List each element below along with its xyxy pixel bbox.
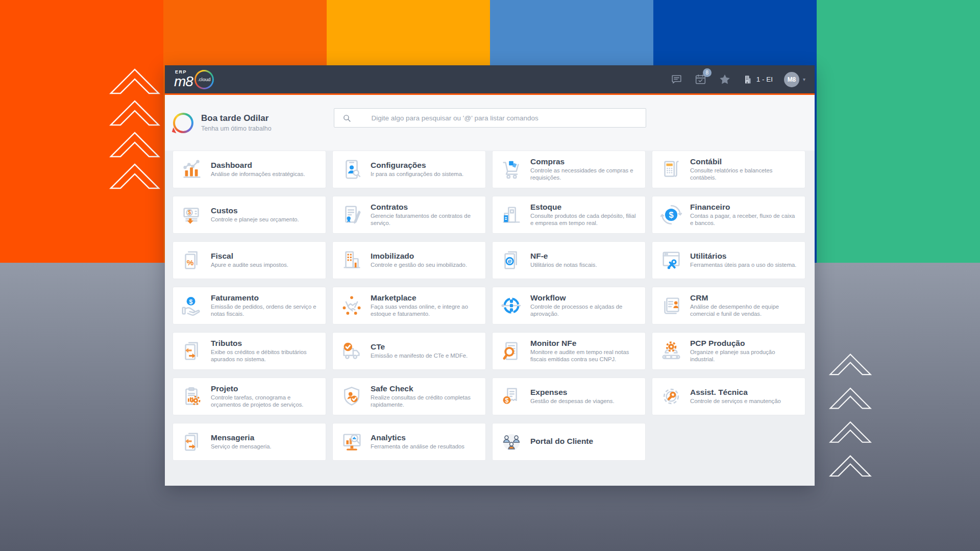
tile-description: Emissão de pedidos, ordens de serviço e … xyxy=(211,304,319,318)
tile-configuracoes[interactable]: ConfiguraçõesIr para as configurações do… xyxy=(332,151,486,188)
tile-workflow[interactable]: WorkflowControle de processos e alçadas … xyxy=(492,287,646,324)
tile-title: Fiscal xyxy=(211,252,288,261)
gear-conveyor-icon xyxy=(658,338,684,364)
tile-text: FaturamentoEmissão de pedidos, ordens de… xyxy=(211,293,319,318)
tile-compras[interactable]: ComprasControle as necessidades de compr… xyxy=(492,151,646,188)
tile-contabil[interactable]: ContábilConsulte relatórios e balancetes… xyxy=(652,151,805,188)
tile-marketplace[interactable]: MarketplaceFaça suas vendas online, e in… xyxy=(332,287,486,324)
tile-title: CRM xyxy=(690,293,798,303)
tile-text: EstoqueConsulte produtos de cada depósit… xyxy=(530,203,639,227)
tile-text: WorkflowControle de processos e alçadas … xyxy=(530,293,639,318)
tile-description: Gerencie faturamentos de contratos de se… xyxy=(371,213,479,227)
tile-title: Financeiro xyxy=(690,203,798,212)
tile-mensageria[interactable]: MensageriaServiço de mensageria. xyxy=(173,423,326,461)
tile-description: Realize consultas de crédito completas r… xyxy=(371,394,479,409)
tile-cte[interactable]: CTeEmissão e manifesto de CTe e MDFe. xyxy=(332,332,486,370)
tile-text: PCP ProduçãoOrganize e planeje sua produ… xyxy=(690,339,798,363)
background-stripe xyxy=(817,0,980,263)
truck-check-icon xyxy=(339,338,364,364)
tile-financeiro[interactable]: $FinanceiroContas a pagar, a receber, fl… xyxy=(652,196,805,234)
tile-contratos[interactable]: ContratosGerencie faturamentos de contra… xyxy=(332,196,486,234)
tile-text: ImobilizadoControle e gestão do seu imob… xyxy=(371,252,467,269)
tile-title: CTe xyxy=(371,342,468,352)
tile-description: Apure e audite seus impostos. xyxy=(211,262,288,269)
gear-wrench-icon xyxy=(658,384,684,409)
tile-dashboard[interactable]: DashboardAnálise de informações estratég… xyxy=(173,151,326,188)
tile-monitor-nfe[interactable]: Monitor NFeMonitore e audite em tempo re… xyxy=(492,332,646,370)
swap-docs-icon xyxy=(179,338,205,364)
user-menu[interactable]: M8 ▾ xyxy=(784,72,805,87)
tile-title: Assist. Técnica xyxy=(690,388,781,397)
tile-title: Dashboard xyxy=(211,161,305,170)
tile-description: Organize e planeje sua produção industri… xyxy=(690,349,798,363)
chevron-down-icon: ▾ xyxy=(803,77,805,82)
tile-text: AnalyticsFerramenta de análise de result… xyxy=(371,433,464,450)
tile-title: Projeto xyxy=(211,384,319,393)
tile-text: CTeEmissão e manifesto de CTe e MDFe. xyxy=(371,342,468,360)
warehouse-icon xyxy=(499,202,524,228)
tile-description: Exibe os créditos e débitos tributários … xyxy=(211,349,319,363)
tile-description: Consulte produtos de cada depósito, fili… xyxy=(530,213,639,227)
clipboard-gear-icon xyxy=(179,384,205,409)
chat-icon[interactable] xyxy=(670,73,683,86)
tile-title: Safe Check xyxy=(371,384,479,393)
search-input[interactable] xyxy=(371,114,638,122)
doc-search-icon xyxy=(499,338,524,364)
tile-title: Compras xyxy=(530,157,639,166)
tile-pcp-producao[interactable]: PCP ProduçãoOrganize e planeje sua produ… xyxy=(652,332,805,370)
greeting: Boa tarde Odilar Tenha um ótimo trabalho xyxy=(173,113,272,133)
tile-title: Tributos xyxy=(211,339,319,348)
tile-tributos[interactable]: TributosExibe os créditos e débitos trib… xyxy=(173,332,326,370)
tile-title: Expenses xyxy=(530,388,615,397)
tile-title: Estoque xyxy=(530,203,639,212)
tile-nfe[interactable]: eNF-eUtilitários de notas fiscais. xyxy=(492,241,646,279)
tile-assist-tecnica[interactable]: Assist. TécnicaControle de serviços e ma… xyxy=(652,378,805,415)
tile-crm[interactable]: CRMAnálise de desempenho de equipe comer… xyxy=(652,287,805,324)
svg-text:$: $ xyxy=(505,397,509,404)
greeting-bar: Boa tarde Odilar Tenha um ótimo trabalho xyxy=(165,95,815,151)
tile-imobilizado[interactable]: ImobilizadoControle e gestão do seu imob… xyxy=(332,241,486,279)
greeting-title: Boa tarde Odilar xyxy=(201,113,272,123)
tile-title: NF-e xyxy=(530,252,597,261)
monitor-chart-icon xyxy=(339,429,364,455)
tile-custos[interactable]: $CustosControle e planeje seu orçamento. xyxy=(173,196,326,234)
svg-text:$: $ xyxy=(669,210,673,219)
tile-projeto[interactable]: ProjetoControle tarefas, cronograma e or… xyxy=(173,378,326,415)
tile-title: Contábil xyxy=(690,157,798,166)
header-actions: 8 xyxy=(670,72,805,87)
tile-analytics[interactable]: AnalyticsFerramenta de análise de result… xyxy=(332,423,486,461)
company-selector[interactable]: 1 - EI xyxy=(743,74,773,85)
calendar-icon[interactable]: 8 xyxy=(694,73,707,86)
m8-cloud-logo[interactable]: ERP m8 .cloud xyxy=(174,70,214,89)
tile-description: Emissão e manifesto de CTe e MDFe. xyxy=(371,353,468,360)
notification-badge: 8 xyxy=(703,68,712,77)
tile-title: Mensageria xyxy=(211,433,272,442)
tile-description: Controle de processos e alçadas de aprov… xyxy=(530,304,639,318)
tile-portal-do-cliente[interactable]: Portal do Cliente xyxy=(492,423,646,461)
contract-icon xyxy=(339,202,364,228)
tile-text: Portal do Cliente xyxy=(530,437,593,447)
calculator-icon xyxy=(658,157,684,182)
tile-faturamento[interactable]: $FaturamentoEmissão de pedidos, ordens d… xyxy=(173,287,326,324)
handshake-icon xyxy=(339,293,364,318)
tile-expenses[interactable]: $ExpensesGestão de despesas de viagens. xyxy=(492,378,646,415)
tile-description: Controle de serviços e manutenção xyxy=(690,398,781,405)
tile-text: ComprasControle as necessidades de compr… xyxy=(530,157,639,182)
favorites-star-icon[interactable] xyxy=(718,73,731,86)
tile-fiscal[interactable]: %FiscalApure e audite seus impostos. xyxy=(173,241,326,279)
tile-description: Consulte relatórios e balancetes contábe… xyxy=(690,167,798,182)
workflow-icon xyxy=(499,293,524,318)
svg-text:$: $ xyxy=(189,298,193,306)
tile-description: Controle as necessidades de compras e re… xyxy=(530,167,639,182)
tile-safe-check[interactable]: Safe CheckRealize consultas de crédito c… xyxy=(332,378,486,415)
tile-estoque[interactable]: EstoqueConsulte produtos de cada depósit… xyxy=(492,196,646,234)
tile-description: Análise de desempenho de equipe comercia… xyxy=(690,304,798,318)
tile-title: Portal do Cliente xyxy=(530,437,593,446)
tile-title: Faturamento xyxy=(211,293,319,303)
bar-chart-icon xyxy=(179,157,205,182)
app-header: ERP m8 .cloud 8 xyxy=(165,65,815,95)
tile-title: Workflow xyxy=(530,293,639,303)
tile-utilitarios[interactable]: UtilitáriosFerramentas úteis para o uso … xyxy=(652,241,805,279)
money-down-icon: $ xyxy=(179,202,205,228)
tile-title: Custos xyxy=(211,206,299,215)
